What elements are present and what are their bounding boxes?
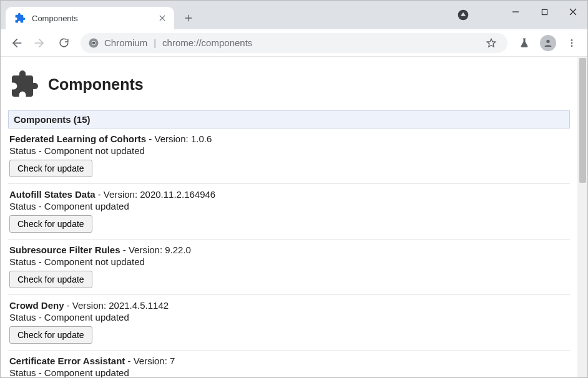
component-item: Crowd Deny - Version: 2021.4.5.1142Statu…: [8, 295, 570, 351]
component-name: Crowd Deny: [9, 300, 64, 311]
labs-button[interactable]: [514, 32, 535, 54]
svg-point-6: [571, 39, 573, 41]
component-item: Certificate Error Assistant - Version: 7…: [8, 351, 570, 377]
menu-button[interactable]: [561, 32, 582, 54]
component-title-line: Crowd Deny - Version: 2021.4.5.1142: [9, 300, 569, 311]
component-name: Certificate Error Assistant: [9, 356, 125, 366]
minimize-button[interactable]: [501, 2, 530, 22]
profile-button[interactable]: [537, 32, 559, 54]
reload-button[interactable]: [53, 32, 74, 54]
svg-point-5: [546, 39, 549, 42]
check-update-button[interactable]: Check for update: [9, 160, 92, 177]
svg-point-4: [92, 41, 96, 44]
component-version: - Version: 1.0.6: [146, 133, 212, 144]
component-title-line: Federated Learning of Cohorts - Version:…: [9, 133, 569, 144]
component-version: - Version: 7: [125, 356, 175, 366]
component-item: Autofill States Data - Version: 2020.11.…: [8, 184, 570, 240]
page-title: Components: [48, 75, 144, 94]
check-update-button[interactable]: Check for update: [9, 326, 92, 344]
bookmark-button[interactable]: [483, 32, 500, 54]
url-text: chrome://components: [162, 37, 483, 48]
component-name: Autofill States Data: [9, 189, 96, 200]
check-update-button[interactable]: Check for update: [9, 271, 92, 288]
component-list: Federated Learning of Cohorts - Version:…: [8, 128, 570, 377]
site-name: Chromium: [104, 37, 147, 48]
window-controls: [501, 1, 587, 23]
component-title-line: Certificate Error Assistant - Version: 7: [9, 356, 569, 366]
scroll-thumb[interactable]: [579, 58, 586, 183]
component-item: Subresource Filter Rules - Version: 9.22…: [8, 240, 570, 295]
address-bar[interactable]: Chromium | chrome://components: [81, 33, 507, 53]
maximize-button[interactable]: [530, 2, 559, 22]
chromium-icon: [88, 37, 99, 49]
titlebar: Components: [1, 1, 587, 29]
avatar-icon: [540, 35, 556, 51]
component-status: Status - Component updated: [9, 367, 569, 377]
page-content: Components Components (15) Federated Lea…: [1, 57, 577, 377]
component-status: Status - Component not updated: [9, 256, 569, 267]
check-update-button[interactable]: Check for update: [9, 215, 92, 233]
component-status: Status - Component updated: [9, 312, 569, 322]
component-item: Federated Learning of Cohorts - Version:…: [8, 128, 570, 184]
tab-title: Components: [32, 14, 157, 23]
component-title-line: Autofill States Data - Version: 2020.11.…: [9, 189, 569, 200]
content-area: Components Components (15) Federated Lea…: [1, 57, 587, 377]
component-name: Federated Learning of Cohorts: [9, 133, 146, 144]
component-version: - Version: 2021.4.5.1142: [64, 300, 169, 311]
back-button[interactable]: [6, 32, 27, 54]
profile-badge-icon: [456, 8, 470, 22]
component-title-line: Subresource Filter Rules - Version: 9.22…: [9, 245, 569, 255]
component-status: Status - Component updated: [9, 201, 569, 211]
page-header: Components: [8, 65, 570, 110]
tab-close-button[interactable]: [157, 12, 168, 24]
svg-rect-1: [542, 9, 547, 14]
browser-tab[interactable]: Components: [6, 7, 174, 29]
svg-point-7: [571, 42, 573, 44]
new-tab-button[interactable]: [179, 9, 198, 27]
svg-point-8: [571, 45, 573, 47]
toolbar: Chromium | chrome://components: [1, 29, 587, 57]
extension-icon: [14, 12, 26, 24]
site-chip: Chromium |: [88, 37, 162, 49]
component-version: - Version: 9.22.0: [120, 245, 191, 255]
component-name: Subresource Filter Rules: [9, 245, 120, 255]
close-window-button[interactable]: [559, 2, 587, 22]
separator: |: [154, 37, 156, 48]
forward-button[interactable]: [29, 32, 51, 54]
browser-window: Components: [0, 0, 588, 378]
section-header: Components (15): [8, 110, 570, 128]
component-version: - Version: 2020.11.2.164946: [96, 189, 216, 200]
component-status: Status - Component not updated: [9, 145, 569, 156]
vertical-scrollbar[interactable]: [577, 57, 587, 377]
extension-icon: [9, 69, 39, 99]
